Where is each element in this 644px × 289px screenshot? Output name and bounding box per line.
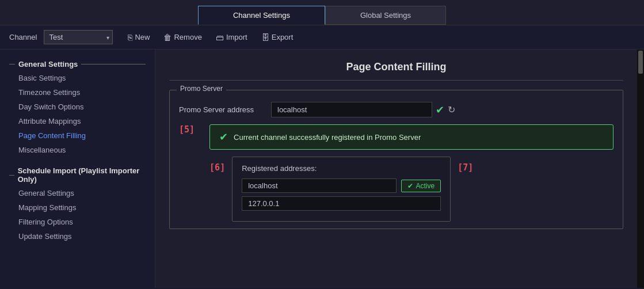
tab-global-settings[interactable]: Global Settings xyxy=(325,6,446,25)
tab-channel-settings[interactable]: Channel Settings xyxy=(198,6,325,25)
export-icon: 🗄 xyxy=(261,33,269,42)
sidebar-item-filtering-options[interactable]: Filtering Options xyxy=(0,215,155,229)
sidebar-item-page-content[interactable]: Page Content Filling xyxy=(0,128,155,143)
sidebar-item-attribute-mappings[interactable]: Attribute Mappings xyxy=(0,114,155,128)
sidebar-group-general: General Settings xyxy=(0,55,155,71)
page-title: Page Content Filling xyxy=(169,61,623,81)
sidebar-item-miscellaneous[interactable]: Miscellaneous xyxy=(0,143,155,157)
channel-select[interactable]: Test xyxy=(44,30,113,44)
import-icon: 🗃 xyxy=(216,33,224,42)
channel-label: Channel xyxy=(9,33,37,41)
address-input-1[interactable] xyxy=(242,196,441,211)
sidebar-item-day-switch[interactable]: Day Switch Options xyxy=(0,100,155,114)
sidebar: General Settings Basic Settings Timezone… xyxy=(0,50,155,288)
sidebar-group-schedule: Schedule Import (Playlist Importer Only) xyxy=(0,162,155,186)
success-message-box: ✔ Current channel successfully registere… xyxy=(209,124,613,150)
promo-refresh-button[interactable]: ↻ xyxy=(448,104,455,115)
annotation-7: [7] xyxy=(458,162,473,173)
scrollbar-thumb xyxy=(638,51,643,74)
success-message-text: Current channel successfully registered … xyxy=(234,133,421,142)
import-button[interactable]: 🗃 Import xyxy=(210,31,253,44)
main-layout: General Settings Basic Settings Timezone… xyxy=(0,50,644,288)
annotation-5: [5] xyxy=(179,124,195,135)
promo-address-input[interactable] xyxy=(271,102,432,117)
sidebar-item-mapping-settings[interactable]: Mapping Settings xyxy=(0,200,155,215)
promo-check-button[interactable]: ✔ xyxy=(436,104,444,116)
new-button[interactable]: ⎘ New xyxy=(122,31,155,44)
remove-icon: 🗑 xyxy=(163,33,172,42)
sidebar-item-basic-settings[interactable]: Basic Settings xyxy=(0,71,155,85)
active-badge-0: ✔ Active xyxy=(401,180,441,192)
active-check-icon-0: ✔ xyxy=(407,182,413,190)
toolbar: Channel Test ⎘ New 🗑 Remove 🗃 Import 🗄 E… xyxy=(0,25,644,50)
export-button[interactable]: 🗄 Export xyxy=(256,31,299,44)
address-input-0[interactable] xyxy=(242,178,396,193)
remove-button[interactable]: 🗑 Remove xyxy=(158,31,207,44)
active-badge-label-0: Active xyxy=(416,182,435,190)
promo-address-row: Promo Server address ✔ ↻ xyxy=(179,102,613,117)
registered-addresses-title: Registered addresses: xyxy=(242,164,441,173)
channel-select-wrapper[interactable]: Test xyxy=(44,30,113,44)
promo-address-label: Promo Server address xyxy=(179,105,271,114)
promo-section-legend: Promo Server xyxy=(177,85,226,93)
registered-addresses-box: Registered addresses: ✔ Active xyxy=(232,157,451,222)
address-row-0: ✔ Active xyxy=(242,178,441,193)
annotation-6: [6] xyxy=(209,162,225,173)
tab-bar: Channel Settings Global Settings xyxy=(0,0,644,25)
address-row-1 xyxy=(242,196,441,211)
success-icon: ✔ xyxy=(219,131,228,143)
promo-server-section: Promo Server Promo Server address ✔ ↻ [5… xyxy=(169,90,623,229)
sidebar-item-timezone-settings[interactable]: Timezone Settings xyxy=(0,85,155,100)
sidebar-item-update-settings[interactable]: Update Settings xyxy=(0,229,155,244)
content-area: Page Content Filling Promo Server Promo … xyxy=(155,50,637,288)
scrollbar[interactable] xyxy=(637,50,644,288)
sidebar-item-general-settings2[interactable]: General Settings xyxy=(0,186,155,200)
new-icon: ⎘ xyxy=(128,33,132,42)
